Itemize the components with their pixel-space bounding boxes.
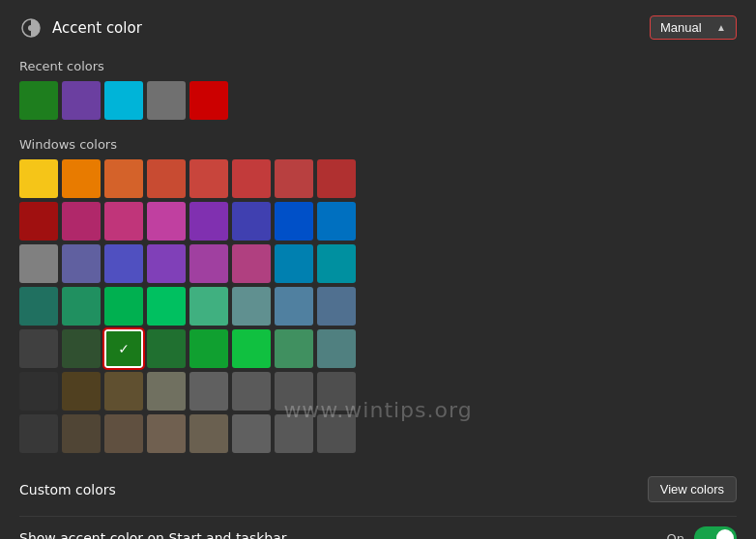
swatch-1-3[interactable] <box>147 202 186 241</box>
swatch-5-5[interactable] <box>232 372 271 411</box>
swatch-1-0[interactable] <box>19 202 58 241</box>
windows-colors-section: Windows colors <box>19 137 737 453</box>
recent-colors-section: Recent colors <box>19 59 737 120</box>
dropdown-label: Manual <box>660 20 702 35</box>
swatch-5-7[interactable] <box>317 372 356 411</box>
swatch-5-4[interactable] <box>189 372 228 411</box>
page-title: Accent color <box>52 19 142 37</box>
custom-colors-row: Custom colors View colors <box>19 468 737 502</box>
windows-colors-label: Windows colors <box>19 137 737 152</box>
swatch-2-4[interactable] <box>189 244 228 283</box>
recent-swatch-4[interactable] <box>189 81 228 120</box>
mode-dropdown[interactable]: Manual ▲ <box>650 15 737 40</box>
windows-row-3 <box>19 287 737 326</box>
swatch-0-6[interactable] <box>275 159 313 198</box>
swatch-6-2[interactable] <box>104 414 143 453</box>
windows-row-4 <box>19 329 737 368</box>
swatch-5-1[interactable] <box>62 372 101 411</box>
swatch-2-3[interactable] <box>147 244 186 283</box>
chevron-down-icon: ▲ <box>716 22 726 33</box>
swatch-2-7[interactable] <box>317 244 356 283</box>
header-left: Accent color <box>19 16 142 40</box>
swatch-6-6[interactable] <box>275 414 313 453</box>
toggle-taskbar-switch[interactable] <box>694 526 737 539</box>
recent-swatch-1[interactable] <box>62 81 101 120</box>
windows-row-2 <box>19 244 737 283</box>
swatch-5-2[interactable] <box>104 372 143 411</box>
swatch-0-7[interactable] <box>317 159 356 198</box>
swatch-4-5[interactable] <box>232 329 271 368</box>
recent-colors-row <box>19 81 737 120</box>
swatch-1-4[interactable] <box>189 202 228 241</box>
swatch-6-1[interactable] <box>62 414 101 453</box>
swatch-6-5[interactable] <box>232 414 271 453</box>
swatch-0-3[interactable] <box>147 159 186 198</box>
svg-point-1 <box>28 25 34 31</box>
swatch-1-6[interactable] <box>275 202 313 241</box>
swatch-1-2[interactable] <box>104 202 143 241</box>
toggle-taskbar-label: Show accent color on Start and taskbar <box>19 530 287 539</box>
swatch-3-1[interactable] <box>62 287 101 326</box>
swatch-6-4[interactable] <box>189 414 228 453</box>
swatch-4-0[interactable] <box>19 329 58 368</box>
swatch-3-5[interactable] <box>232 287 271 326</box>
swatch-3-2[interactable] <box>104 287 143 326</box>
swatch-0-4[interactable] <box>189 159 228 198</box>
swatch-0-5[interactable] <box>232 159 271 198</box>
swatch-1-1[interactable] <box>62 202 101 241</box>
recent-colors-label: Recent colors <box>19 59 737 73</box>
swatch-4-7[interactable] <box>317 329 356 368</box>
swatch-0-0[interactable] <box>19 159 58 198</box>
swatch-3-4[interactable] <box>189 287 228 326</box>
swatch-2-2[interactable] <box>104 244 143 283</box>
swatch-1-5[interactable] <box>232 202 271 241</box>
swatch-0-2[interactable] <box>104 159 143 198</box>
windows-row-0 <box>19 159 737 198</box>
toggle-row-taskbar: Show accent color on Start and taskbar O… <box>19 516 737 539</box>
swatch-6-0[interactable] <box>19 414 58 453</box>
recent-swatch-0[interactable] <box>19 81 58 120</box>
swatch-1-7[interactable] <box>317 202 356 241</box>
toggle-taskbar-right: On <box>667 526 737 539</box>
swatch-2-0[interactable] <box>19 244 58 283</box>
swatch-5-6[interactable] <box>275 372 313 411</box>
windows-row-5 <box>19 372 737 411</box>
swatch-2-1[interactable] <box>62 244 101 283</box>
swatch-6-7[interactable] <box>317 414 356 453</box>
swatch-3-3[interactable] <box>147 287 186 326</box>
swatch-4-1[interactable] <box>62 329 101 368</box>
swatch-3-6[interactable] <box>275 287 313 326</box>
swatch-4-4[interactable] <box>189 329 228 368</box>
custom-colors-label: Custom colors <box>19 482 116 497</box>
windows-row-6 <box>19 414 737 453</box>
swatch-5-3[interactable] <box>147 372 186 411</box>
toggle-taskbar-value: On <box>667 531 684 540</box>
accent-color-icon <box>19 16 43 40</box>
swatch-6-3[interactable] <box>147 414 186 453</box>
recent-swatch-3[interactable] <box>147 81 186 120</box>
swatch-4-6[interactable] <box>275 329 313 368</box>
view-colors-button[interactable]: View colors <box>648 476 737 502</box>
accent-color-header: Accent color Manual ▲ <box>19 15 737 40</box>
swatch-2-6[interactable] <box>275 244 313 283</box>
swatch-2-5[interactable] <box>232 244 271 283</box>
recent-swatch-2[interactable] <box>104 81 143 120</box>
swatch-4-3[interactable] <box>147 329 186 368</box>
swatch-3-0[interactable] <box>19 287 58 326</box>
swatch-5-0[interactable] <box>19 372 58 411</box>
swatch-0-1[interactable] <box>62 159 101 198</box>
swatch-3-7[interactable] <box>317 287 356 326</box>
windows-row-1 <box>19 202 737 241</box>
swatch-4-2[interactable] <box>104 329 143 368</box>
